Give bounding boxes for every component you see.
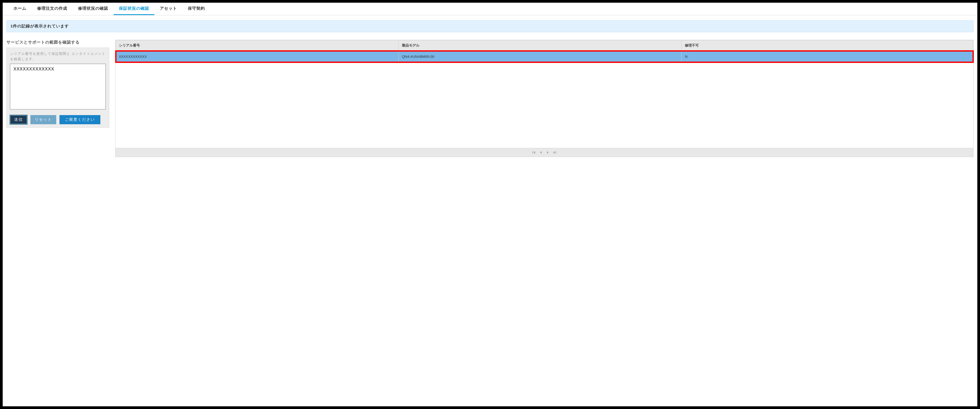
nav-tab-assets[interactable]: アセット xyxy=(154,3,183,15)
table-row[interactable]: XXXXXXXXXXXX QN4-AUNABM00-00 N xyxy=(116,51,973,63)
next-page-icon[interactable] xyxy=(546,151,549,154)
nav-tab-maintenance-contract[interactable]: 保守契約 xyxy=(183,3,210,15)
please-note-button[interactable]: ご留意ください xyxy=(59,115,100,124)
cell-model: QN4-AUNABM00-00 xyxy=(399,51,682,63)
column-header-serial[interactable]: シリアル番号 xyxy=(116,40,399,51)
column-header-model[interactable]: 製品モデル xyxy=(399,40,682,51)
first-page-icon[interactable] xyxy=(532,151,536,154)
nav-tab-warranty-status[interactable]: 保証状況の確認 xyxy=(113,3,154,15)
main-nav: ホーム 修理注文の作成 修理状況の確認 保証状況の確認 アセット 保守契約 xyxy=(3,3,977,15)
table-header-row: シリアル番号 製品モデル 修理不可 xyxy=(116,40,973,51)
cell-repair-impossible: N xyxy=(682,51,973,63)
prev-page-icon[interactable] xyxy=(539,151,542,154)
submit-button[interactable]: 送信 xyxy=(10,115,27,124)
serial-search-panel: シリアル番号を使用して保証期間と エンタイトルメントを検索します。 送信 リセッ… xyxy=(6,48,109,128)
nav-tab-create-repair-order[interactable]: 修理注文の作成 xyxy=(32,3,73,15)
panel-heading: サービスとサポートの範囲を確認する xyxy=(6,40,109,45)
app-window: ホーム 修理注文の作成 修理状況の確認 保証状況の確認 アセット 保守契約 1件… xyxy=(3,3,977,406)
results-grid: シリアル番号 製品モデル 修理不可 XXXXXXXXXXXX QN4-AUNAB… xyxy=(115,40,974,157)
serial-number-textarea[interactable] xyxy=(10,64,106,109)
column-header-repair-impossible[interactable]: 修理不可 xyxy=(682,40,973,51)
last-page-icon[interactable] xyxy=(553,151,557,154)
panel-description: シリアル番号を使用して保証期間と エンタイトルメントを検索します。 xyxy=(10,51,106,62)
nav-tab-home[interactable]: ホーム xyxy=(8,3,32,15)
nav-tab-repair-status[interactable]: 修理状況の確認 xyxy=(73,3,113,15)
records-count-banner: 1件の記録が表示されています xyxy=(6,20,974,32)
pagination-bar xyxy=(115,148,973,157)
cell-serial: XXXXXXXXXXXX xyxy=(116,51,399,63)
reset-button[interactable]: リセット xyxy=(30,115,56,124)
